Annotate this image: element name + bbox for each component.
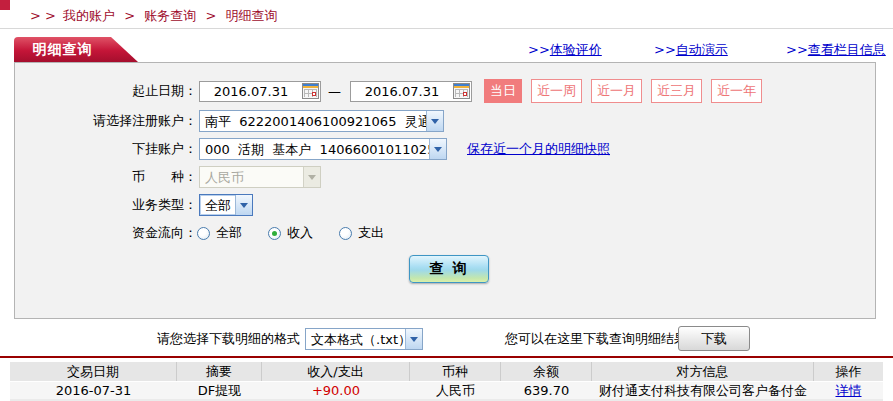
table-header-row: 交易日期 摘要 收入/支出 币种 余额 对方信息 操作 (10, 362, 883, 381)
download-format-label: 请您选择下载明细的格式 (100, 330, 300, 348)
tab-detail-query[interactable]: 明细查询 (14, 37, 138, 62)
fund-flow-option-income[interactable]: 收入 (268, 224, 313, 242)
header-income-expense: 收入/支出 (262, 362, 410, 381)
date-separator: — (328, 84, 341, 99)
breadcrumb-separator: > (205, 8, 216, 23)
currency-select: 人民币 (199, 166, 321, 188)
quick-range-3months-button[interactable]: 近三月 (651, 79, 702, 103)
tab-title: 明细查询 (14, 37, 111, 62)
query-form-panel: 起止日期： 2016.07.31 — 2016.07.31 当日 近一周 近一月… (14, 62, 876, 319)
breadcrumb-prefix: > > (30, 8, 56, 23)
header-currency: 币种 (410, 362, 501, 381)
fund-flow-option-expense[interactable]: 支出 (339, 224, 384, 242)
date-range-label: 起止日期： (15, 82, 197, 100)
table-row: 2016-07-31 DF提现 +90.00 人民币 639.70 财付通支付科… (10, 382, 883, 399)
breadcrumb-separator: > (124, 8, 135, 23)
business-type-row: 业务类型： 全部 (15, 193, 875, 217)
download-format-value: 文本格式（.txt） (306, 329, 405, 349)
radio-unchecked-icon (339, 227, 352, 240)
link-auto-demo[interactable]: >>自动演示 (654, 41, 728, 59)
detail-query-page: > > 我的账户 > 账务查询 > 明细查询 明细查询 >>体验评价 >>自动演… (0, 0, 893, 401)
start-date-value: 2016.07.31 (200, 84, 302, 99)
breadcrumb-item-detail-query[interactable]: 明细查询 (225, 8, 277, 23)
link-experience-evaluation[interactable]: >>体验评价 (528, 41, 602, 59)
dropdown-arrow-icon (426, 111, 443, 131)
dropdown-arrow-icon (303, 167, 320, 187)
currency-row: 币 种： 人民币 (15, 165, 875, 189)
sub-account-value: 000 活期 基本户 1406600101102571848 (200, 139, 429, 159)
download-hint: 您可以在这里下载查询明细结果 (505, 330, 687, 348)
quick-range-week-button[interactable]: 近一周 (531, 79, 582, 103)
dropdown-arrow-icon (405, 329, 422, 349)
business-type-select[interactable]: 全部 (199, 194, 253, 216)
fund-flow-label: 资金流向： (15, 224, 197, 242)
quick-range-today-button[interactable]: 当日 (484, 79, 522, 103)
business-type-label: 业务类型： (15, 196, 197, 214)
fund-flow-option-income-label: 收入 (287, 224, 313, 242)
cell-currency: 人民币 (410, 382, 501, 399)
cell-summary: DF提现 (177, 382, 262, 399)
currency-label: 币 种： (15, 168, 197, 186)
business-type-value: 全部 (200, 195, 235, 215)
header-summary: 摘要 (177, 362, 262, 381)
detail-link[interactable]: 详情 (836, 382, 862, 399)
quick-range-buttons: 当日 近一周 近一月 近三月 近一年 (484, 79, 771, 103)
cell-counterparty: 财付通支付科技有限公司客户备付金 (592, 382, 814, 399)
save-snapshot-link[interactable]: 保存近一个月的明细快照 (467, 140, 610, 158)
divider (0, 28, 893, 29)
breadcrumb: > > 我的账户 > 账务查询 > 明细查询 (30, 7, 280, 25)
sub-account-label: 下挂账户： (15, 140, 197, 158)
dropdown-arrow-icon (429, 139, 446, 159)
header-balance: 余额 (501, 362, 592, 381)
link-prefix: >> (786, 42, 808, 57)
query-button[interactable]: 查 询 (409, 255, 489, 283)
fund-flow-option-all-label: 全部 (216, 224, 242, 242)
link-view-column-info[interactable]: >>查看栏目信息 (786, 41, 886, 59)
table-top-rule (0, 356, 893, 358)
corner-mark (0, 0, 10, 10)
breadcrumb-item-my-account[interactable]: 我的账户 (63, 8, 115, 23)
result-table: 交易日期 摘要 收入/支出 币种 余额 对方信息 操作 2016-07-31 D… (10, 362, 883, 399)
radio-unchecked-icon (197, 227, 210, 240)
date-range-row: 起止日期： 2016.07.31 — 2016.07.31 当日 近一周 近一月… (15, 79, 875, 103)
quick-range-month-button[interactable]: 近一月 (591, 79, 642, 103)
cell-action: 详情 (814, 382, 883, 399)
sub-account-select[interactable]: 000 活期 基本户 1406600101102571848 (199, 138, 447, 160)
sub-account-row: 下挂账户： 000 活期 基本户 1406600101102571848 保存近… (15, 137, 875, 161)
breadcrumb-item-account-query[interactable]: 账务查询 (144, 8, 196, 23)
dropdown-arrow-icon (235, 195, 252, 215)
registered-account-select[interactable]: 南平 6222001406100921065 灵通卡 (199, 110, 444, 132)
end-date-value: 2016.07.31 (351, 84, 453, 99)
header-action: 操作 (814, 362, 883, 381)
radio-checked-icon (268, 227, 281, 240)
fund-flow-row: 资金流向： 全部 收入 支出 (15, 221, 875, 245)
download-button[interactable]: 下载 (678, 326, 750, 351)
registered-account-label: 请选择注册账户： (15, 112, 197, 130)
link-prefix: >> (528, 42, 550, 57)
fund-flow-option-expense-label: 支出 (358, 224, 384, 242)
download-format-select[interactable]: 文本格式（.txt） (305, 328, 423, 350)
header-counterparty: 对方信息 (592, 362, 814, 381)
cell-amount: +90.00 (262, 382, 410, 399)
registered-account-value: 南平 6222001406100921065 灵通卡 (200, 111, 426, 131)
currency-value: 人民币 (200, 167, 303, 187)
start-date-input[interactable]: 2016.07.31 (199, 81, 321, 102)
cell-balance: 639.70 (501, 382, 592, 399)
end-date-input[interactable]: 2016.07.31 (350, 81, 472, 102)
quick-range-year-button[interactable]: 近一年 (711, 79, 762, 103)
calendar-icon[interactable] (453, 83, 470, 99)
link-prefix: >> (654, 42, 676, 57)
calendar-icon[interactable] (302, 83, 319, 99)
header-trade-date: 交易日期 (10, 362, 177, 381)
cell-trade-date: 2016-07-31 (10, 382, 177, 399)
registered-account-row: 请选择注册账户： 南平 6222001406100921065 灵通卡 (15, 109, 875, 133)
fund-flow-option-all[interactable]: 全部 (197, 224, 242, 242)
